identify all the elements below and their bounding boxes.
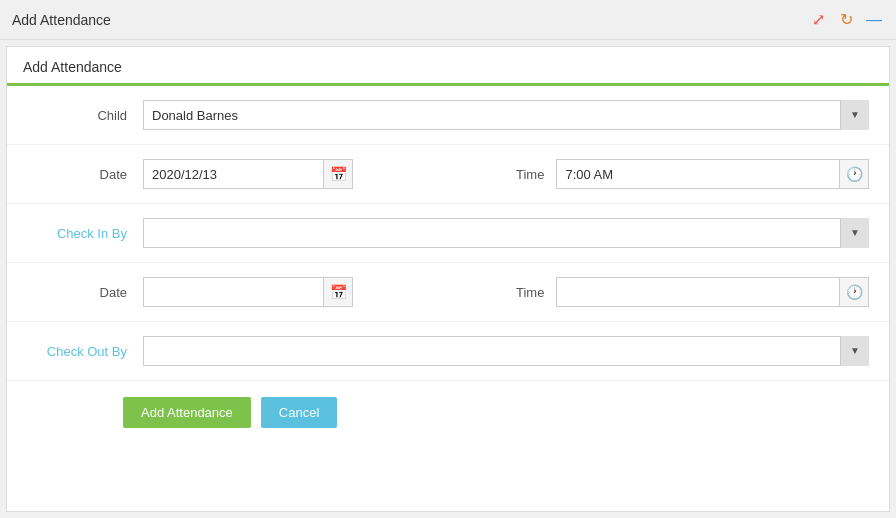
date-time-row-1: Date 📅 Time 🕐 xyxy=(7,145,889,204)
date-input-group-1: 📅 xyxy=(143,159,353,189)
cancel-button[interactable]: Cancel xyxy=(261,397,337,428)
content-area: Add Attendance Child Donald Barnes Date xyxy=(6,46,890,512)
time-input-group-1: 🕐 xyxy=(556,159,869,189)
check-in-by-select-wrapper xyxy=(143,218,869,248)
check-out-by-select-wrapper xyxy=(143,336,869,366)
date-time-row-2: Date 📅 Time 🕐 xyxy=(7,263,889,322)
check-out-by-select[interactable] xyxy=(143,336,869,366)
window-title: Add Attendance xyxy=(12,12,111,28)
add-attendance-button[interactable]: Add Attendance xyxy=(123,397,251,428)
resize-icon[interactable]: ⤢ xyxy=(808,10,828,30)
time-label-1: Time xyxy=(516,167,544,182)
clock-icon-1[interactable]: 🕐 xyxy=(839,159,869,189)
check-in-by-wrapper xyxy=(143,218,869,248)
date-input-2[interactable] xyxy=(143,277,323,307)
clock-icon-2[interactable]: 🕐 xyxy=(839,277,869,307)
date-field-wrapper-1: 📅 xyxy=(143,159,496,189)
date-label-1: Date xyxy=(27,167,127,182)
main-window: Add Attendance ⤢ ↻ — Add Attendance Chil… xyxy=(0,0,896,518)
check-in-by-label: Check In By xyxy=(27,226,127,241)
date-input-1[interactable] xyxy=(143,159,323,189)
window-controls: ⤢ ↻ — xyxy=(808,10,884,30)
date-field-wrapper-2: 📅 xyxy=(143,277,496,307)
check-in-by-select[interactable] xyxy=(143,218,869,248)
check-in-by-row: Check In By xyxy=(7,204,889,263)
calendar-icon-2[interactable]: 📅 xyxy=(323,277,353,307)
time-input-group-2: 🕐 xyxy=(556,277,869,307)
calendar-icon-1[interactable]: 📅 xyxy=(323,159,353,189)
time-label-2: Time xyxy=(516,285,544,300)
check-out-by-wrapper xyxy=(143,336,869,366)
refresh-icon[interactable]: ↻ xyxy=(836,10,856,30)
buttons-row: Add Attendance Cancel xyxy=(7,381,889,444)
title-bar: Add Attendance ⤢ ↻ — xyxy=(0,0,896,40)
child-select[interactable]: Donald Barnes xyxy=(143,100,869,130)
form-title: Add Attendance xyxy=(23,59,122,75)
check-out-by-row: Check Out By xyxy=(7,322,889,381)
form-body: Child Donald Barnes Date 📅 xyxy=(7,86,889,511)
time-input-2[interactable] xyxy=(556,277,839,307)
check-out-by-label: Check Out By xyxy=(27,344,127,359)
time-input-1[interactable] xyxy=(556,159,839,189)
close-icon[interactable]: — xyxy=(864,10,884,30)
child-label: Child xyxy=(27,108,127,123)
date-label-2: Date xyxy=(27,285,127,300)
form-header: Add Attendance xyxy=(7,47,889,86)
child-row: Child Donald Barnes xyxy=(7,86,889,145)
date-input-group-2: 📅 xyxy=(143,277,353,307)
child-select-wrapper: Donald Barnes xyxy=(143,100,869,130)
child-field-wrapper: Donald Barnes xyxy=(143,100,869,130)
time-field-wrapper-1: Time 🕐 xyxy=(516,159,869,189)
time-field-wrapper-2: Time 🕐 xyxy=(516,277,869,307)
